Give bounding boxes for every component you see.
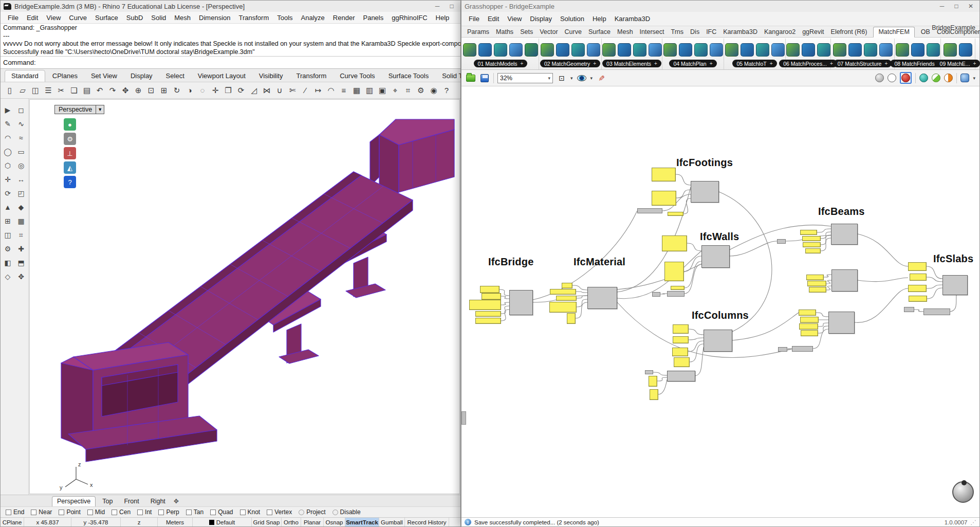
match-geometry-icon-3-icon[interactable] xyxy=(571,43,585,57)
move-icon[interactable]: ✛ xyxy=(209,84,221,97)
tab-params[interactable]: Params xyxy=(467,27,490,37)
gumball-icon[interactable]: ✥ xyxy=(15,270,27,283)
box-icon[interactable]: ◆ xyxy=(15,201,27,213)
menu-edit[interactable]: Edit xyxy=(23,13,42,23)
arc-icon[interactable]: ◠ xyxy=(2,132,14,144)
osnap-project[interactable]: Project xyxy=(299,508,325,516)
tab-surface[interactable]: Surface xyxy=(588,27,611,37)
match-models-icon-5-icon[interactable] xyxy=(525,43,538,57)
menu-dimension[interactable]: Dimension xyxy=(195,13,234,23)
zoom-fit-arrow-icon[interactable]: ▾ xyxy=(570,76,573,81)
match-process-icon-2-icon[interactable] xyxy=(802,43,815,57)
ribbon-group-label[interactable]: 03 MatchElements+ xyxy=(602,60,661,67)
fillet-icon[interactable]: ◠ xyxy=(325,84,337,97)
gh-param-bar[interactable] xyxy=(637,208,662,213)
display-wireframe-icon[interactable] xyxy=(887,74,896,82)
properties-icon[interactable]: ▣ xyxy=(376,84,389,97)
gh-panel[interactable] xyxy=(549,302,577,313)
redo-icon[interactable]: ↷ xyxy=(106,84,119,97)
menu-mesh[interactable]: Mesh xyxy=(170,13,195,23)
ribbon-group-label[interactable]: 04 MatchPlan+ xyxy=(669,60,716,67)
ribbon-group-label[interactable]: 01 MatchModels+ xyxy=(474,60,528,67)
display-mode-arrow-icon[interactable]: ▾ xyxy=(973,76,975,81)
toolbar-tab-cplanes[interactable]: CPlanes xyxy=(46,70,84,82)
gh-panel[interactable] xyxy=(799,310,816,316)
match-elements-icon-2-icon[interactable] xyxy=(618,43,631,57)
paste-icon[interactable]: ▤ xyxy=(81,84,93,97)
match-e-icon-1-icon[interactable] xyxy=(944,43,957,57)
display-shaded-selected[interactable] xyxy=(900,72,912,84)
gh-param-bar[interactable] xyxy=(923,308,950,315)
gh-panel[interactable] xyxy=(673,336,689,343)
osnap-checkbox-perp[interactable] xyxy=(158,510,164,515)
gh-param-bar[interactable] xyxy=(645,370,653,374)
zoom-window-icon[interactable]: ⊡ xyxy=(145,84,157,97)
toolbar-tab-set-view[interactable]: Set View xyxy=(85,70,123,82)
tab-mesh[interactable]: Mesh xyxy=(617,27,634,37)
osnap-vertex[interactable]: Vertex xyxy=(267,508,292,516)
extrude-icon[interactable]: ◰ xyxy=(15,187,27,199)
status-x-45.837[interactable]: x 45.837 xyxy=(24,518,71,526)
osnap-mid[interactable]: Mid xyxy=(87,508,105,516)
extend-icon[interactable]: ↦ xyxy=(312,84,324,97)
tab-matchfem[interactable]: MatchFEM xyxy=(873,27,914,38)
rectangle-icon[interactable]: ▭ xyxy=(15,146,27,158)
pen-icon[interactable]: ✎ xyxy=(2,118,14,130)
menu-analyze[interactable]: Analyze xyxy=(297,13,329,23)
viewport-tab-right[interactable]: Right xyxy=(146,497,170,506)
add-icon[interactable]: ✚ xyxy=(15,243,27,255)
gear-icon[interactable]: ⚙ xyxy=(2,243,14,255)
match-iot-icon-4-icon[interactable] xyxy=(771,43,785,57)
match-structure-icon-4-icon[interactable] xyxy=(879,43,893,57)
shade-icon[interactable]: ◑ xyxy=(183,84,196,97)
match-geometry-icon-1-icon[interactable] xyxy=(541,43,554,57)
gh-panel[interactable] xyxy=(807,281,826,286)
tab-maths[interactable]: Maths xyxy=(495,27,514,37)
tab-curve[interactable]: Curve xyxy=(564,27,582,37)
options-gear-icon[interactable]: ⚙ xyxy=(415,84,427,97)
osnap-quad[interactable]: Quad xyxy=(210,508,233,516)
gh-panel[interactable] xyxy=(562,283,572,288)
gh-panel[interactable] xyxy=(649,376,657,387)
gh-panel[interactable] xyxy=(550,289,576,295)
gears-tool-icon[interactable]: ⚙ xyxy=(64,133,76,145)
gh-component[interactable] xyxy=(704,330,732,352)
array-icon[interactable]: ▦ xyxy=(350,84,363,97)
toolbar-tab-select[interactable]: Select xyxy=(160,70,191,82)
gh-menu-solution[interactable]: Solution xyxy=(556,14,588,24)
undo-icon[interactable]: ↶ xyxy=(94,84,106,97)
osnap-checkbox-int[interactable] xyxy=(137,510,143,515)
gh-panel[interactable] xyxy=(567,313,576,324)
minimize-button[interactable]: ─ xyxy=(434,3,441,10)
open-file-icon[interactable]: ▱ xyxy=(16,84,29,97)
osnap-checkbox-quad[interactable] xyxy=(210,510,216,515)
gh-panel[interactable] xyxy=(910,274,927,281)
grasshopper-canvas[interactable]: IfcBridgeIfcMaterialIfcFootingsIfcWallsI… xyxy=(461,86,979,517)
menu-help[interactable]: Help xyxy=(432,13,454,23)
sketch-pen-icon[interactable]: ✎ xyxy=(596,73,606,83)
osnap-perp[interactable]: Perp xyxy=(158,508,179,516)
toolbar-tab-display[interactable]: Display xyxy=(124,70,159,82)
canvas-compass-widget[interactable] xyxy=(952,481,974,503)
rhino-titlebar[interactable]: BridgeExample.3dm (3 MB) - Rhino 7 Educa… xyxy=(1,1,460,12)
match-elements-icon-3-icon[interactable] xyxy=(633,43,646,57)
gh-panel[interactable] xyxy=(800,317,819,323)
join-icon[interactable]: ∪ xyxy=(273,84,286,97)
gh-panel[interactable] xyxy=(801,330,818,336)
group-dropdown-icon[interactable]: + xyxy=(521,61,524,66)
menu-file[interactable]: File xyxy=(4,13,23,23)
status-gumball[interactable]: Gumball xyxy=(379,518,405,526)
circle-icon[interactable]: ◯ xyxy=(2,146,14,158)
gh-panel[interactable] xyxy=(556,296,577,301)
match-models-icon-3-icon[interactable] xyxy=(494,43,507,57)
display-orange-icon[interactable] xyxy=(944,74,953,82)
hatch-icon[interactable]: ⌗ xyxy=(15,229,27,241)
group-dropdown-icon[interactable]: + xyxy=(593,61,596,66)
tab-ifc[interactable]: IFC xyxy=(706,27,717,37)
gh-menu-help[interactable]: Help xyxy=(588,14,611,24)
curve-tools-icon[interactable]: ≈ xyxy=(15,132,27,144)
viewport-tab-perspective[interactable]: Perspective xyxy=(52,496,96,506)
scale-icon[interactable]: ◿ xyxy=(248,84,260,97)
osnap-tan[interactable]: Tan xyxy=(186,508,204,516)
osnap-cen[interactable]: Cen xyxy=(112,508,131,516)
